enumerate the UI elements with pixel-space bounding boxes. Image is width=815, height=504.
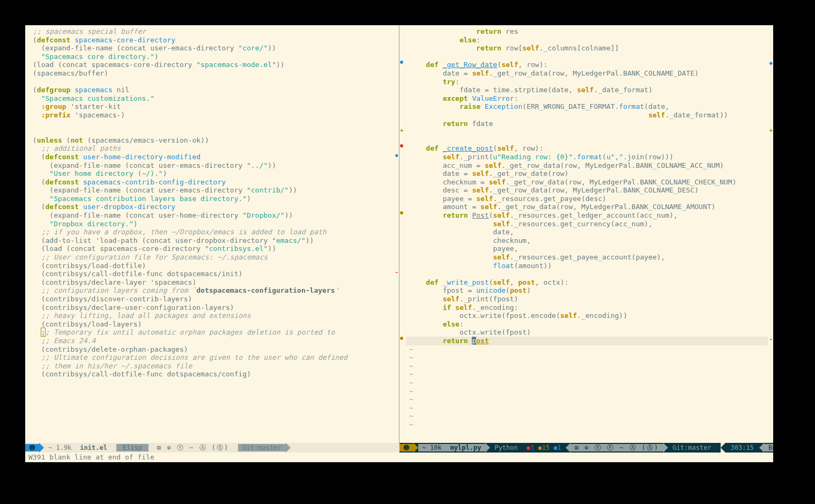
- git-branch[interactable]: Git:master: [668, 444, 715, 451]
- modeline-left[interactable]: ➊ ~ 1.9k init.el Elisp ⊞ ⊕ Ⓨ ~ Ⓐ (Ⓢ) Git…: [25, 443, 399, 453]
- panes: ;; spacemacs special buffer (defconst sp…: [25, 25, 773, 443]
- right-gutter: +: [399, 25, 406, 443]
- left-gutter: [25, 25, 29, 443]
- major-mode[interactable]: Python: [490, 444, 522, 451]
- modelines: ➊ ~ 1.9k init.el Elisp ⊞ ⊕ Ⓨ ~ Ⓐ (Ⓢ) Git…: [25, 443, 773, 453]
- buffer-size: ~ 10k: [418, 444, 446, 451]
- right-code[interactable]: return res else: return row[self._column…: [406, 25, 768, 443]
- right-pane[interactable]: + return res else: return row[self._colu…: [399, 25, 773, 443]
- major-mode[interactable]: Elisp: [116, 444, 149, 451]
- scroll-position: Bottom: [764, 444, 773, 451]
- buffer-filename[interactable]: init.el: [76, 444, 112, 451]
- editor-frame: ;; spacemacs special buffer (defconst sp…: [25, 25, 773, 462]
- left-pane[interactable]: ;; spacemacs special buffer (defconst sp…: [25, 25, 399, 443]
- left-code[interactable]: ;; spacemacs special buffer (defconst sp…: [29, 25, 394, 443]
- buffer-size: ~ 1.9k: [44, 444, 76, 451]
- buffer-filename[interactable]: mylpl.py: [446, 444, 486, 451]
- right-diff-gutter: ◆+-: [768, 25, 773, 443]
- left-diff-gutter: ◆-: [394, 25, 399, 443]
- minor-mode-icons[interactable]: ⊞ ⊕ Ⓨ Ⓕ ~ Ⓐ (Ⓢ): [570, 444, 663, 451]
- echo-area: W391 blank line at end of file: [25, 453, 773, 462]
- modeline-right[interactable]: ➊ ~ 10k mylpl.py Python ●3 ●15 ●1 ⊞ ⊕ Ⓨ …: [399, 443, 774, 453]
- flycheck-status[interactable]: ●3 ●15 ●1: [522, 444, 566, 451]
- git-branch[interactable]: Git:master: [238, 444, 285, 451]
- evil-state-indicator: ➊: [25, 444, 39, 451]
- minor-mode-icons[interactable]: ⊞ ⊕ Ⓨ ~ Ⓐ (Ⓢ): [153, 444, 233, 451]
- evil-state-indicator: ➊: [399, 444, 413, 451]
- cursor-position: 303:15: [725, 444, 759, 451]
